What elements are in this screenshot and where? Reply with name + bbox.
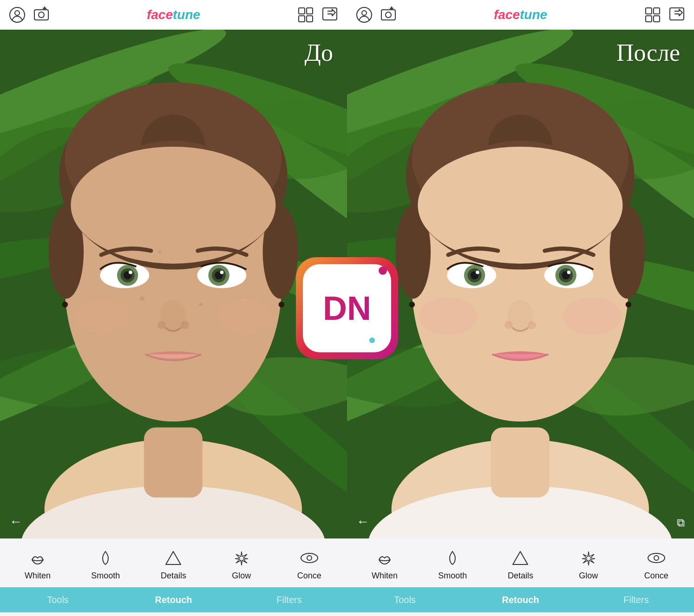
svg-point-50 [279, 302, 285, 308]
tool-smooth-after[interactable]: Smooth [434, 546, 471, 583]
main-container: facetune [0, 0, 694, 616]
tool-glow-after[interactable]: Glow [570, 546, 607, 583]
tab-retouch-before[interactable]: Retouch [116, 587, 231, 612]
tool-glow-before[interactable]: Glow [223, 546, 260, 583]
add-photo-icon-after[interactable] [380, 6, 397, 24]
tab-tools-after[interactable]: Tools [347, 587, 463, 612]
toolbar-right-before [297, 6, 339, 24]
add-photo-icon[interactable] [33, 6, 50, 24]
conceal-icon-before [299, 548, 320, 568]
svg-rect-62 [654, 16, 660, 22]
share-icon[interactable] [321, 6, 339, 24]
svg-point-93 [567, 271, 571, 274]
svg-point-42 [157, 321, 166, 329]
dn-dot-small [369, 337, 375, 343]
tab-filters-before[interactable]: Filters [231, 587, 347, 612]
svg-point-30 [71, 147, 275, 264]
arrow-left-before: ← [9, 514, 22, 529]
details-icon-before [163, 548, 183, 568]
tool-conceal-after[interactable]: Conce [638, 546, 675, 583]
svg-point-54 [362, 11, 367, 15]
tool-smooth-before[interactable]: Smooth [87, 546, 124, 583]
photo-before: До ← [0, 30, 347, 538]
svg-rect-2 [34, 10, 48, 20]
whiten-icon-after [374, 548, 395, 568]
svg-point-35 [129, 271, 132, 274]
bottom-nav-before: Tools Retouch Filters [0, 587, 347, 612]
svg-point-1 [15, 11, 20, 15]
svg-point-102 [654, 556, 659, 560]
tool-whiten-before[interactable]: Whiten [19, 546, 56, 583]
svg-point-43 [181, 321, 189, 329]
svg-point-51 [301, 553, 318, 563]
conceal-icon-after [646, 548, 667, 568]
after-label: После [616, 39, 680, 66]
toolbar-after: facetune [347, 0, 694, 30]
facetune-logo-after: facetune [494, 7, 547, 22]
copy-icon-after[interactable]: ⧉ [677, 516, 685, 529]
details-label-after: Details [508, 571, 533, 581]
svg-rect-60 [654, 8, 660, 14]
dn-overlay: DN [296, 257, 398, 359]
svg-point-101 [648, 553, 665, 563]
share-icon-after[interactable] [668, 6, 686, 24]
svg-rect-8 [299, 16, 305, 22]
toolbar-left-before [8, 6, 50, 24]
svg-point-83 [418, 147, 622, 264]
tool-items-after: Whiten Smooth De [347, 546, 694, 583]
svg-rect-55 [381, 10, 395, 20]
svg-point-47 [75, 298, 127, 334]
arrow-left-after: ← [356, 514, 369, 529]
smooth-icon-before [95, 548, 116, 568]
glow-label-after: Glow [579, 571, 598, 581]
svg-rect-7 [307, 8, 313, 14]
tool-details-before[interactable]: Details [155, 546, 192, 583]
svg-point-97 [419, 298, 478, 335]
toolbar-before: facetune [0, 0, 347, 30]
glow-icon-after [578, 548, 599, 568]
svg-rect-59 [646, 8, 652, 14]
details-label-before: Details [161, 571, 186, 581]
svg-point-44 [140, 296, 144, 301]
svg-point-96 [528, 321, 536, 329]
svg-point-100 [626, 302, 632, 308]
whiten-label-before: Whiten [25, 571, 51, 581]
portrait-icon[interactable] [8, 6, 26, 24]
svg-rect-61 [646, 16, 652, 22]
glow-icon-before [231, 548, 252, 568]
svg-point-98 [563, 298, 622, 335]
tool-whiten-after[interactable]: Whiten [366, 546, 403, 583]
photo-after: После ← ⧉ [347, 30, 694, 538]
svg-point-46 [158, 250, 162, 254]
dn-dot [379, 266, 387, 275]
svg-rect-75 [491, 428, 550, 498]
svg-point-52 [307, 556, 312, 560]
portrait-icon-after[interactable] [355, 6, 373, 24]
tab-tools-before[interactable]: Tools [0, 587, 116, 612]
svg-rect-6 [299, 8, 305, 14]
svg-rect-22 [144, 428, 203, 498]
svg-rect-9 [307, 16, 313, 22]
tool-details-after[interactable]: Details [502, 546, 539, 583]
tool-conceal-before[interactable]: Conce [291, 546, 328, 583]
svg-point-99 [409, 302, 415, 308]
svg-point-88 [476, 271, 479, 274]
tools-area-before: Whiten Smooth De [0, 538, 347, 616]
tab-filters-after[interactable]: Filters [578, 587, 694, 612]
grid-icon[interactable] [297, 6, 314, 24]
tab-retouch-after[interactable]: Retouch [463, 587, 578, 612]
conceal-label-before: Conce [297, 571, 321, 581]
toolbar-left-after [355, 6, 397, 24]
tools-area-after: Whiten Smooth De [347, 538, 694, 616]
grid-icon-after[interactable] [644, 6, 661, 24]
svg-point-56 [386, 12, 391, 18]
dn-inner: DN [303, 264, 391, 352]
whiten-label-after: Whiten [372, 571, 398, 581]
svg-point-40 [220, 271, 224, 274]
panel-after: facetune [347, 0, 694, 616]
before-label: До [305, 39, 333, 66]
smooth-label-after: Smooth [438, 571, 467, 581]
whiten-icon-before [27, 548, 48, 568]
svg-point-45 [199, 303, 203, 306]
toolbar-right-after [644, 6, 686, 24]
